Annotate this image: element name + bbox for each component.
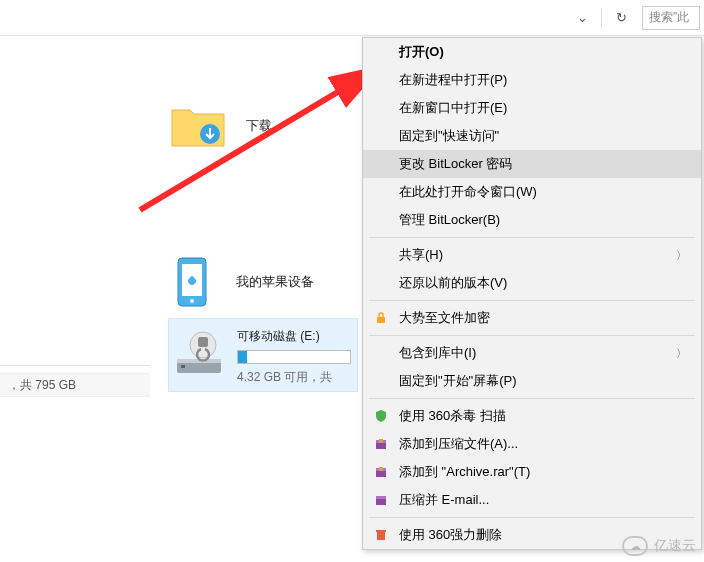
drive-substatus: 4.32 GB 可用，共	[237, 368, 351, 387]
cloud-icon: ☁	[622, 536, 648, 556]
drive-name: 可移动磁盘 (E:)	[237, 327, 351, 346]
menu-open[interactable]: 打开(O)	[363, 38, 701, 66]
divider	[0, 365, 150, 366]
svg-rect-18	[376, 496, 386, 499]
lock-icon	[373, 310, 389, 326]
svg-point-3	[190, 299, 194, 303]
menu-compress-email[interactable]: 压缩并 E-mail...	[363, 486, 701, 514]
context-menu: 打开(O) 在新进程中打开(P) 在新窗口中打开(E) 固定到"快速访问" 更改…	[362, 37, 702, 550]
menu-open-new-process[interactable]: 在新进程中打开(P)	[363, 66, 701, 94]
archive-icon	[373, 464, 389, 480]
apple-device-item[interactable]: 我的苹果设备	[168, 254, 314, 310]
refresh-button[interactable]: ↻	[608, 6, 634, 30]
svg-rect-8	[198, 337, 208, 347]
menu-separator	[369, 300, 695, 301]
search-input[interactable]: 搜索"此	[642, 6, 700, 30]
svg-rect-19	[377, 532, 385, 540]
menu-pin-quick-access[interactable]: 固定到"快速访问"	[363, 122, 701, 150]
menu-separator	[369, 237, 695, 238]
menu-share[interactable]: 共享(H)〉	[363, 241, 701, 269]
menu-include-in-library[interactable]: 包含到库中(I)〉	[363, 339, 701, 367]
toolbar: ⌄ ↻ 搜索"此	[0, 0, 704, 36]
drive-item-selected[interactable]: 可移动磁盘 (E:) 4.32 GB 可用，共	[168, 318, 358, 392]
menu-restore-previous[interactable]: 还原以前的版本(V)	[363, 269, 701, 297]
menu-manage-bitlocker[interactable]: 管理 BitLocker(B)	[363, 206, 701, 234]
downloads-label: 下载	[246, 117, 272, 135]
menu-separator	[369, 398, 695, 399]
apple-device-label: 我的苹果设备	[236, 273, 314, 291]
menu-scan-360[interactable]: 使用 360杀毒 扫描	[363, 402, 701, 430]
drive-capacity-bar	[237, 350, 351, 364]
menu-add-to-archive[interactable]: 添加到压缩文件(A)...	[363, 430, 701, 458]
archive-icon	[373, 436, 389, 452]
menu-open-cmd-here[interactable]: 在此处打开命令窗口(W)	[363, 178, 701, 206]
removable-drive-icon	[173, 323, 225, 379]
svg-rect-6	[181, 365, 185, 368]
search-placeholder: 搜索"此	[649, 9, 689, 26]
shield-icon	[373, 408, 389, 424]
svg-rect-13	[379, 439, 383, 443]
watermark-text: 亿速云	[654, 537, 696, 555]
svg-rect-20	[376, 530, 386, 532]
menu-separator	[369, 335, 695, 336]
menu-dashi-encrypt[interactable]: 大势至文件加密	[363, 304, 701, 332]
menu-add-to-archive-rar[interactable]: 添加到 "Archive.rar"(T)	[363, 458, 701, 486]
chevron-right-icon: 〉	[676, 248, 687, 263]
phone-icon	[168, 254, 216, 310]
refresh-icon: ↻	[616, 10, 627, 25]
chevron-down-icon: ⌄	[577, 10, 588, 25]
svg-rect-10	[377, 317, 385, 323]
menu-pin-start[interactable]: 固定到"开始"屏幕(P)	[363, 367, 701, 395]
menu-change-bitlocker-password[interactable]: 更改 BitLocker 密码	[363, 150, 701, 178]
menu-separator	[369, 517, 695, 518]
menu-open-new-window[interactable]: 在新窗口中打开(E)	[363, 94, 701, 122]
chevron-right-icon: 〉	[676, 346, 687, 361]
status-disk-size: ，共 795 GB	[0, 373, 150, 397]
delete-icon	[373, 527, 389, 543]
folder-download-icon	[170, 102, 226, 150]
watermark: ☁ 亿速云	[622, 536, 696, 556]
archive-mail-icon	[373, 492, 389, 508]
dropdown-button[interactable]: ⌄	[569, 6, 595, 30]
svg-rect-16	[379, 467, 383, 471]
